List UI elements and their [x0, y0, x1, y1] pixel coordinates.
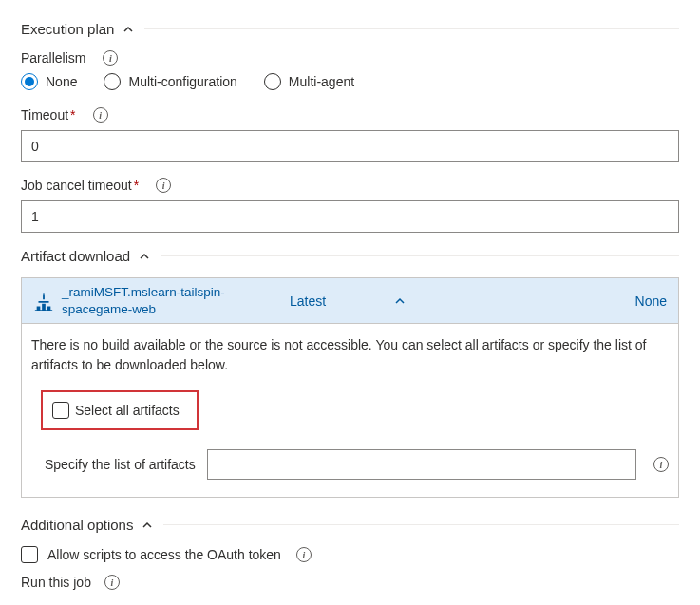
allow-scripts-row: Allow scripts to access the OAuth token …	[21, 546, 679, 563]
info-icon[interactable]: i	[93, 107, 108, 123]
radio-label: Multi-configuration	[128, 74, 236, 89]
radio-icon	[104, 73, 121, 90]
required-asterisk: *	[70, 107, 75, 123]
run-this-job-row: Run this job i	[21, 575, 679, 590]
timeout-input[interactable]	[21, 130, 679, 162]
radio-icon	[21, 73, 38, 90]
run-this-job-label: Run this job	[21, 575, 91, 590]
section-title: Additional options	[21, 517, 133, 533]
parallelism-field: Parallelism i None Multi-configuration M…	[21, 50, 679, 90]
section-header-additional-options[interactable]: Additional options	[21, 517, 679, 533]
info-icon[interactable]: i	[103, 50, 118, 66]
artifact-selection-link[interactable]: None	[635, 293, 667, 309]
parallelism-label: Parallelism	[21, 50, 85, 66]
radio-label: Multi-agent	[289, 74, 354, 89]
job-cancel-timeout-field: Job cancel timeout* i	[21, 178, 679, 233]
divider	[163, 524, 679, 525]
radio-option-multi-agent[interactable]: Multi-agent	[264, 73, 354, 90]
artifact-header[interactable]: _ramiMSFT.mslearn-tailspin-spacegame-web…	[22, 278, 678, 324]
divider	[161, 255, 679, 256]
allow-scripts-checkbox[interactable]	[21, 546, 38, 563]
required-asterisk: *	[134, 178, 139, 193]
job-cancel-timeout-input[interactable]	[21, 200, 679, 233]
section-title: Execution plan	[21, 21, 114, 37]
info-icon[interactable]: i	[653, 457, 669, 472]
artifact-body: There is no build available or the sourc…	[22, 324, 678, 497]
specify-artifacts-row: Specify the list of artifacts i	[45, 449, 669, 480]
chevron-up-icon	[141, 519, 154, 532]
divider	[144, 28, 679, 29]
chevron-up-icon	[138, 250, 151, 263]
artifact-message: There is no build available or the sourc…	[31, 335, 669, 375]
info-icon[interactable]: i	[104, 575, 120, 590]
select-all-artifacts-highlight: Select all artifacts	[41, 390, 199, 430]
radio-label: None	[46, 74, 77, 89]
chevron-up-icon	[122, 23, 135, 36]
specify-artifacts-label: Specify the list of artifacts	[45, 457, 196, 472]
build-icon	[33, 291, 54, 312]
info-icon[interactable]: i	[156, 178, 171, 193]
radio-option-multi-config[interactable]: Multi-configuration	[104, 73, 236, 90]
radio-option-none[interactable]: None	[21, 73, 77, 90]
allow-scripts-label: Allow scripts to access the OAuth token	[47, 547, 281, 562]
timeout-label: Timeout	[21, 107, 68, 123]
section-header-execution-plan[interactable]: Execution plan	[21, 21, 679, 37]
artifact-version-link[interactable]: Latest	[290, 293, 326, 309]
select-all-checkbox[interactable]	[52, 402, 69, 419]
section-header-artifact-download[interactable]: Artifact download	[21, 248, 679, 264]
specify-artifacts-input[interactable]	[207, 449, 636, 480]
select-all-label: Select all artifacts	[75, 403, 180, 418]
artifact-panel: _ramiMSFT.mslearn-tailspin-spacegame-web…	[21, 277, 679, 498]
artifact-name-link[interactable]: _ramiMSFT.mslearn-tailspin-spacegame-web	[62, 284, 252, 317]
info-icon[interactable]: i	[296, 547, 312, 562]
chevron-up-icon[interactable]	[394, 295, 406, 307]
section-title: Artifact download	[21, 248, 130, 264]
timeout-field: Timeout* i	[21, 107, 679, 162]
radio-icon	[264, 73, 281, 90]
job-cancel-timeout-label: Job cancel timeout	[21, 178, 132, 193]
